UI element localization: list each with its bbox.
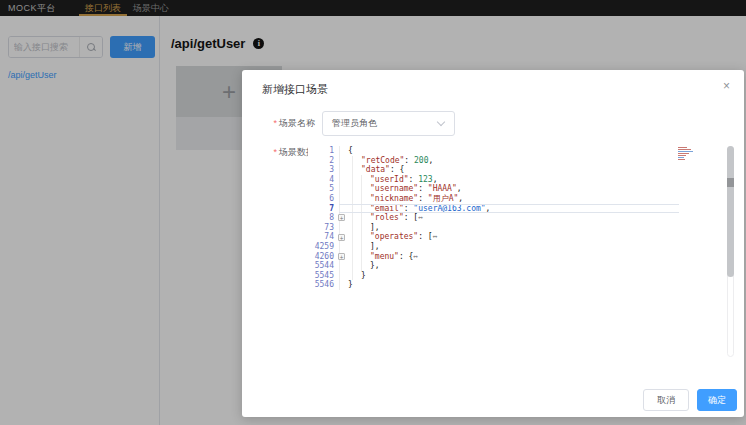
fold-gutter: + — [338, 252, 348, 262]
code-text: "userId": 123, — [348, 175, 437, 185]
required-mark: * — [273, 118, 277, 128]
code-line[interactable]: 2"retCode": 200, — [308, 156, 679, 166]
fold-toggle-icon[interactable]: + — [338, 234, 345, 241]
code-text: ], — [348, 223, 380, 233]
code-text: } — [348, 271, 366, 281]
code-rows: 1{2"retCode": 200,3"data": {4"userId": 1… — [308, 146, 679, 290]
code-line[interactable]: 4260+"menu": {↔ — [308, 252, 679, 262]
fold-gutter — [338, 261, 348, 271]
code-line[interactable]: 5545} — [308, 271, 679, 281]
fold-gutter — [338, 223, 348, 233]
fold-gutter: + — [338, 213, 348, 223]
line-number: 4 — [308, 175, 338, 185]
code-line[interactable]: 8+"roles": [↔ — [308, 213, 679, 223]
code-line[interactable]: 5"username": "HAAA", — [308, 184, 679, 194]
line-number: 1 — [308, 146, 338, 156]
fold-gutter — [338, 271, 348, 281]
code-line[interactable]: 4259], — [308, 242, 679, 252]
fold-gutter — [338, 194, 348, 204]
scene-name-label: *场景名称 — [250, 117, 315, 130]
confirm-button[interactable]: 确定 — [697, 389, 737, 411]
fold-gutter — [338, 204, 348, 214]
scene-name-select[interactable]: 管理员角色 — [322, 111, 455, 136]
cursor-position-marker — [727, 178, 734, 187]
code-line[interactable]: 7"email": "userA@163.com", — [308, 204, 679, 214]
cancel-button[interactable]: 取消 — [643, 389, 689, 411]
line-number: 5545 — [308, 271, 338, 281]
fold-gutter: + — [338, 232, 348, 242]
code-text: "operates": [↔ — [348, 232, 437, 242]
editor-scrollbar-thumb[interactable] — [727, 146, 734, 277]
modal-title: 新增接口场景 — [262, 82, 328, 97]
fold-gutter — [338, 146, 348, 156]
line-number: 6 — [308, 194, 338, 204]
editor-minimap — [678, 147, 698, 164]
code-text: }, — [348, 261, 380, 271]
line-number: 3 — [308, 165, 338, 175]
code-line[interactable]: 5546} — [308, 280, 679, 290]
code-text: { — [348, 146, 353, 156]
code-line[interactable]: 1{ — [308, 146, 679, 156]
line-number: 5 — [308, 184, 338, 194]
code-text: "nickname": "用户A", — [348, 194, 463, 204]
code-line[interactable]: 4"userId": 123, — [308, 175, 679, 185]
code-text: "menu": {↔ — [348, 252, 418, 262]
scene-name-value: 管理员角色 — [332, 117, 438, 130]
code-text: "retCode": 200, — [348, 156, 433, 166]
required-mark: * — [273, 147, 277, 157]
fold-gutter — [338, 280, 348, 290]
code-line[interactable]: 73], — [308, 223, 679, 233]
fold-toggle-icon[interactable]: + — [338, 214, 345, 221]
line-number: 4259 — [308, 242, 338, 252]
fold-toggle-icon[interactable]: + — [338, 253, 345, 260]
code-line[interactable]: 6"nickname": "用户A", — [308, 194, 679, 204]
fold-gutter — [338, 242, 348, 252]
line-number: 7 — [308, 204, 338, 214]
line-number: 5544 — [308, 261, 338, 271]
new-scene-modal: 新增接口场景 × *场景名称 管理员角色 *场景数据 1{2"retCode":… — [242, 70, 744, 417]
code-text: "roles": [↔ — [348, 213, 423, 223]
fold-gutter — [338, 165, 348, 175]
fold-gutter — [338, 156, 348, 166]
code-line[interactable]: 3"data": { — [308, 165, 679, 175]
code-text: "data": { — [348, 165, 404, 175]
line-number: 8 — [308, 213, 338, 223]
fold-gutter — [338, 175, 348, 185]
line-number: 5546 — [308, 280, 338, 290]
scene-data-label: *场景数据 — [250, 146, 315, 159]
code-text: "email": "userA@163.com", — [348, 204, 490, 214]
modal-footer: 取消 确定 — [643, 389, 737, 411]
code-text: "username": "HAAA", — [348, 184, 462, 194]
line-number: 73 — [308, 223, 338, 233]
code-line[interactable]: 5544}, — [308, 261, 679, 271]
line-number: 2 — [308, 156, 338, 166]
code-line[interactable]: 74+"operates": [↔ — [308, 232, 679, 242]
line-number: 4260 — [308, 252, 338, 262]
code-text: } — [348, 280, 353, 290]
chevron-down-icon — [437, 118, 445, 126]
close-icon[interactable]: × — [723, 80, 730, 92]
code-text: ], — [348, 242, 380, 252]
json-code-editor[interactable]: 1{2"retCode": 200,3"data": {4"userId": 1… — [308, 144, 734, 358]
fold-gutter — [338, 184, 348, 194]
line-number: 74 — [308, 232, 338, 242]
